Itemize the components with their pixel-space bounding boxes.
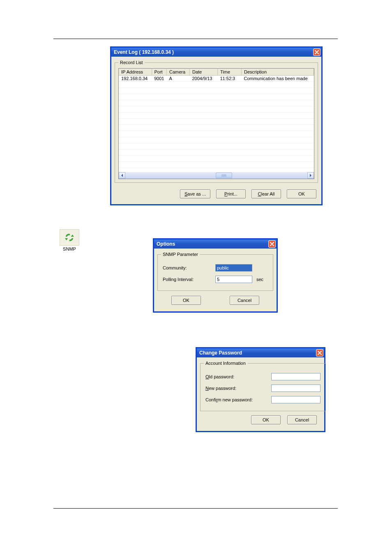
change-password-title: Change Password <box>199 350 242 356</box>
old-password-label: Old password: <box>205 374 271 379</box>
record-list-legend: Record List <box>118 60 145 65</box>
cell-date: 2004/9/13 <box>189 76 217 82</box>
col-header-camera[interactable]: Camera <box>166 69 189 76</box>
event-log-window: Event Log ( 192.168.0.34 ) Record List I… <box>110 46 323 205</box>
page-rule-bottom <box>53 508 338 509</box>
print-button[interactable]: Print... <box>216 189 246 198</box>
table-row <box>119 156 314 162</box>
polling-interval-unit: sec <box>256 277 263 282</box>
cancel-button[interactable]: Cancel <box>287 415 317 424</box>
table-row <box>119 125 314 131</box>
record-list-table: IP Address Port Camera Date Time Descrip… <box>119 69 314 168</box>
table-row <box>119 94 314 100</box>
confirm-password-input[interactable] <box>271 396 321 403</box>
scroll-left-icon[interactable] <box>119 172 125 179</box>
table-row <box>119 113 314 119</box>
table-row <box>119 106 314 113</box>
col-header-ip[interactable]: IP Address <box>119 69 152 76</box>
col-header-date[interactable]: Date <box>189 69 217 76</box>
change-password-titlebar[interactable]: Change Password <box>197 348 324 357</box>
scroll-right-icon[interactable] <box>307 172 314 179</box>
save-as-button[interactable]: Save as ... <box>180 189 210 198</box>
cell-ip: 192.168.0.34 <box>119 76 152 82</box>
event-log-title: Event Log ( 192.168.0.34 ) <box>114 49 174 55</box>
options-titlebar[interactable]: Options <box>154 240 277 249</box>
record-list-table-wrap: IP Address Port Camera Date Time Descrip… <box>118 68 314 179</box>
ok-button[interactable]: OK <box>287 189 316 198</box>
options-title: Options <box>157 241 175 247</box>
snmp-desktop-icon[interactable]: SNMP <box>58 229 81 251</box>
close-icon[interactable] <box>316 349 323 357</box>
change-password-window: Change Password Account Information Old … <box>196 347 325 432</box>
record-list-group: Record List IP Address Port Camera Date … <box>115 60 318 183</box>
community-input[interactable] <box>215 264 252 272</box>
account-information-legend: Account Information <box>204 361 247 366</box>
close-icon[interactable] <box>268 240 276 248</box>
table-row <box>119 137 314 143</box>
scrollbar-track[interactable] <box>125 172 307 179</box>
account-information-group: Account Information Old password: New pa… <box>200 361 326 411</box>
table-row[interactable]: 192.168.0.34 9001 A 2004/9/13 11:52:3 Co… <box>119 76 314 82</box>
new-password-input[interactable] <box>271 385 321 392</box>
community-label: Community: <box>163 265 215 270</box>
cell-time: 11:52:3 <box>217 76 241 82</box>
cell-port: 9001 <box>152 76 166 82</box>
ok-button[interactable]: OK <box>251 415 281 424</box>
new-password-label: New password: <box>205 386 271 391</box>
page-rule-top <box>53 39 338 39</box>
snmp-parameter-legend: SNMP Parameter <box>161 252 200 257</box>
table-row <box>119 131 314 137</box>
old-password-input[interactable] <box>271 373 321 380</box>
recycle-icon <box>60 229 79 246</box>
snmp-icon-label: SNMP <box>58 246 81 251</box>
table-row <box>119 88 314 94</box>
col-header-port[interactable]: Port <box>152 69 166 76</box>
table-row <box>119 119 314 125</box>
clear-all-button[interactable]: Clear All <box>251 189 281 198</box>
confirm-password-label: Confirm new password: <box>205 397 271 402</box>
event-log-titlebar[interactable]: Event Log ( 192.168.0.34 ) <box>111 48 321 57</box>
snmp-parameter-group: SNMP Parameter Community: Polling Interv… <box>157 252 273 291</box>
table-row <box>119 162 314 168</box>
polling-interval-input[interactable] <box>215 276 252 283</box>
scrollbar-thumb[interactable] <box>216 173 232 178</box>
table-row <box>119 143 314 150</box>
table-row <box>119 82 314 88</box>
options-window: Options SNMP Parameter Community: Pollin… <box>153 238 278 313</box>
close-icon[interactable] <box>313 48 321 56</box>
col-header-time[interactable]: Time <box>217 69 241 76</box>
polling-interval-label: Polling Interval: <box>163 277 215 282</box>
col-header-description[interactable]: Description <box>241 69 314 76</box>
cancel-button[interactable]: Cancel <box>230 296 259 305</box>
ok-button[interactable]: OK <box>171 296 201 305</box>
horizontal-scrollbar[interactable] <box>119 172 314 179</box>
cell-camera: A <box>166 76 189 82</box>
table-row <box>119 100 314 106</box>
cell-description: Communication has been made <box>241 76 314 82</box>
table-row <box>119 150 314 156</box>
